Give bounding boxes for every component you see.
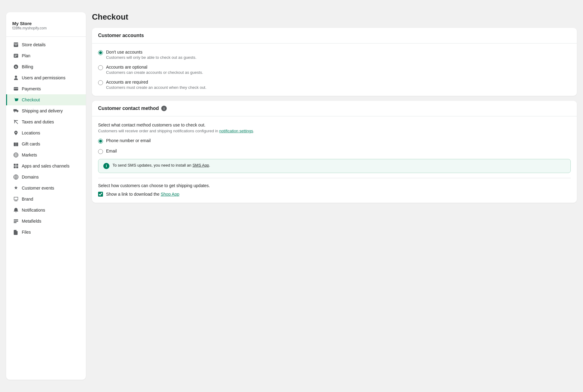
no-accounts-text: Don't use accounts Customers will only b… — [106, 50, 196, 60]
shop-app-label: Show a link to download the Shop App — [106, 192, 179, 197]
svg-rect-17 — [14, 222, 17, 223]
customer-contact-body: Select what contact method customers use… — [92, 116, 577, 203]
sidebar-item-gift-cards[interactable]: Gift cards — [6, 138, 86, 149]
sidebar-item-plan[interactable]: Plan — [6, 50, 86, 61]
optional-accounts-text: Accounts are optional Customers can crea… — [106, 65, 203, 75]
customer-accounts-header: Customer accounts — [92, 28, 577, 43]
contact-subdesc: Customers will receive order and shippin… — [98, 129, 571, 133]
sidebar-item-payments[interactable]: Payments — [6, 83, 86, 94]
contact-subdesc-prefix: Customers will receive order and shippin… — [98, 129, 219, 133]
required-accounts-label: Accounts are required — [106, 80, 206, 85]
sidebar-item-label: Apps and sales channels — [22, 164, 70, 168]
sidebar-item-label: Markets — [22, 153, 37, 157]
brand-icon — [13, 196, 19, 202]
sidebar-item-markets[interactable]: Markets — [6, 149, 86, 160]
sidebar-item-locations[interactable]: Locations — [6, 127, 86, 138]
sidebar-item-notifications[interactable]: Notifications — [6, 205, 86, 216]
store-url: f28ffe.myshopify.com — [12, 26, 80, 30]
checkout-icon — [13, 97, 19, 103]
sidebar-item-label: Gift cards — [22, 141, 40, 146]
metafields-icon — [13, 218, 19, 224]
shop-app-checkbox[interactable] — [98, 192, 103, 197]
sidebar-item-apps-sales[interactable]: Apps and sales channels — [6, 160, 86, 172]
sidebar-item-label: Metafields — [22, 219, 41, 224]
email-only-option: Email — [98, 149, 571, 154]
sms-info-suffix: . — [209, 163, 210, 168]
sidebar-item-label: Locations — [22, 130, 40, 135]
sidebar-item-label: Billing — [22, 64, 33, 69]
shipping-icon — [13, 108, 19, 114]
svg-rect-10 — [14, 164, 16, 166]
sidebar-item-label: Taxes and duties — [22, 119, 54, 124]
phone-or-email-option: Phone number or email — [98, 138, 571, 144]
sidebar-item-label: Plan — [22, 53, 30, 58]
info-circle-icon[interactable]: i — [161, 106, 167, 111]
info-text: To send SMS updates, you need to install… — [112, 163, 210, 168]
location-icon — [13, 130, 19, 136]
gift-icon — [13, 141, 19, 147]
required-accounts-desc: Customers must create an account when th… — [106, 85, 206, 90]
sidebar-item-billing[interactable]: $ Billing — [6, 61, 86, 72]
sidebar-item-label: Users and permissions — [22, 75, 65, 80]
sidebar-item-label: Checkout — [22, 97, 40, 102]
sidebar-item-taxes-duties[interactable]: Taxes and duties — [6, 116, 86, 127]
shop-app-label-prefix: Show a link to download the — [106, 192, 161, 197]
domains-icon — [13, 174, 19, 180]
phone-or-email-label: Phone number or email — [106, 138, 151, 143]
sms-info-prefix: To send SMS updates, you need to install… — [112, 163, 192, 168]
shipping-updates-desc: Select how customers can choose to get s… — [98, 183, 571, 188]
svg-rect-11 — [16, 164, 18, 166]
customer-contact-header: Customer contact method i — [92, 101, 577, 116]
customer-accounts-body: Don't use accounts Customers will only b… — [92, 43, 577, 96]
no-accounts-label: Don't use accounts — [106, 50, 196, 55]
sidebar-item-metafields[interactable]: Metafields — [6, 216, 86, 227]
sidebar-item-label: Payments — [22, 86, 41, 91]
no-accounts-radio[interactable] — [98, 50, 103, 55]
sidebar-item-label: Customer events — [22, 186, 54, 190]
svg-text:$: $ — [15, 65, 17, 69]
store-info: My Store f28ffe.myshopify.com — [6, 18, 86, 37]
customer-contact-card: Customer contact method i Select what co… — [92, 101, 577, 203]
optional-accounts-option: Accounts are optional Customers can crea… — [98, 65, 571, 75]
required-accounts-option: Accounts are required Customers must cre… — [98, 80, 571, 90]
sidebar-item-label: Files — [22, 230, 31, 235]
plan-icon — [13, 53, 19, 58]
sidebar-item-label: Store details — [22, 42, 46, 47]
svg-rect-16 — [14, 221, 18, 222]
sidebar-item-domains[interactable]: Domains — [6, 172, 86, 183]
taxes-icon — [13, 119, 19, 125]
sms-app-link[interactable]: SMS App — [192, 163, 209, 168]
events-icon — [13, 185, 19, 191]
store-name: My Store — [12, 21, 80, 26]
required-accounts-radio[interactable] — [98, 80, 103, 85]
store-icon — [13, 42, 19, 47]
svg-rect-4 — [14, 88, 18, 89]
optional-accounts-label: Accounts are optional — [106, 65, 203, 70]
customer-contact-title: Customer contact method — [98, 106, 159, 111]
contact-desc: Select what contact method customers use… — [98, 123, 571, 127]
billing-icon: $ — [13, 64, 19, 70]
markets-icon — [13, 152, 19, 158]
sidebar-item-brand[interactable]: Brand — [6, 194, 86, 205]
sidebar-item-shipping-delivery[interactable]: Shipping and delivery — [6, 105, 86, 116]
shop-app-link[interactable]: Shop App — [161, 192, 179, 197]
sms-info-box: i To send SMS updates, you need to insta… — [98, 159, 571, 173]
svg-point-6 — [17, 111, 18, 112]
no-accounts-desc: Customers will only be able to check out… — [106, 55, 196, 60]
sidebar-item-users-permissions[interactable]: Users and permissions — [6, 72, 86, 83]
phone-or-email-radio[interactable] — [98, 139, 103, 144]
sidebar-item-store-details[interactable]: Store details — [6, 39, 86, 50]
customer-accounts-title: Customer accounts — [98, 33, 144, 38]
email-only-radio[interactable] — [98, 149, 103, 154]
sidebar-item-checkout[interactable]: Checkout — [6, 94, 86, 105]
users-icon — [13, 75, 19, 81]
sidebar-item-customer-events[interactable]: Customer events — [6, 183, 86, 194]
page-title: Checkout — [92, 12, 577, 22]
notification-settings-link[interactable]: notification settings — [219, 129, 253, 133]
shop-app-checkbox-option: Show a link to download the Shop App — [98, 192, 571, 197]
sidebar-item-files[interactable]: Files — [6, 227, 86, 238]
optional-accounts-radio[interactable] — [98, 65, 103, 70]
svg-rect-15 — [14, 220, 18, 221]
notifications-icon — [13, 207, 19, 213]
customer-accounts-card: Customer accounts Don't use accounts Cus… — [92, 28, 577, 96]
